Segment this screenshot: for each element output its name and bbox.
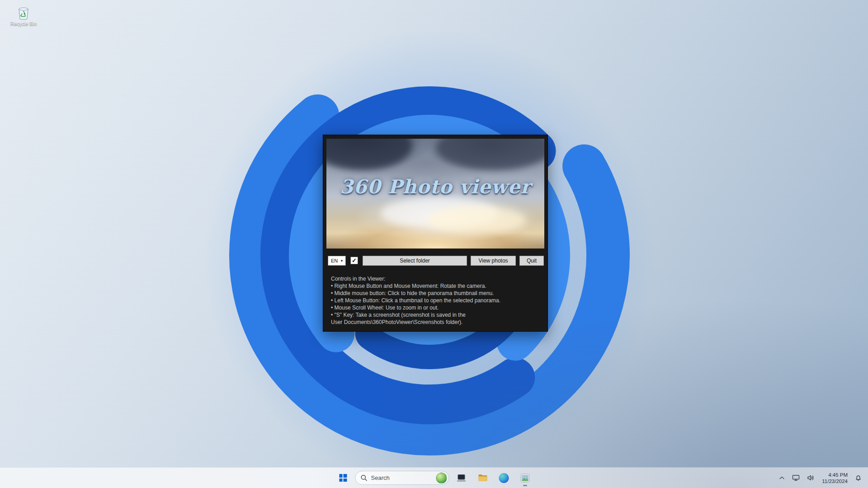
network-icon bbox=[792, 474, 800, 481]
search-highlight-icon bbox=[436, 473, 447, 483]
taskbar-item-photo-viewer[interactable] bbox=[516, 469, 534, 487]
photo-viewer-window: 360 Photo viewer EN ▼ ✓ Select folder Vi… bbox=[323, 135, 548, 332]
cloud-shape bbox=[427, 206, 526, 234]
search-icon bbox=[361, 474, 368, 481]
chevron-up-icon bbox=[779, 476, 785, 480]
quit-button[interactable]: Quit bbox=[519, 256, 544, 266]
check-icon: ✓ bbox=[352, 257, 357, 264]
cloud-shape bbox=[436, 139, 544, 170]
taskbar-center-group: Search bbox=[334, 468, 534, 488]
photos-app-icon bbox=[520, 473, 530, 483]
volume-button[interactable] bbox=[804, 469, 817, 487]
chevron-down-icon: ▼ bbox=[340, 259, 344, 263]
volume-icon bbox=[807, 474, 815, 481]
cloud-shape bbox=[381, 197, 498, 229]
file-explorer-icon bbox=[477, 473, 488, 483]
recycle-bin-shortcut[interactable]: Recycle Bin bbox=[7, 5, 40, 35]
instruction-line: User Documents\360PhotoViewer\Screenshot… bbox=[331, 319, 541, 326]
start-button[interactable] bbox=[334, 469, 352, 487]
edge-icon bbox=[499, 473, 509, 483]
system-tray: 4:45 PM 11/23/2024 bbox=[776, 468, 864, 488]
search-label: Search bbox=[371, 474, 433, 481]
taskbar-item-desktop-app[interactable] bbox=[453, 469, 471, 487]
select-folder-button[interactable]: Select folder bbox=[363, 256, 467, 266]
network-status-button[interactable] bbox=[789, 469, 802, 487]
instruction-line: • Mouse Scroll Wheel: Use to zoom in or … bbox=[331, 304, 541, 311]
desktop: Recycle Bin 360 Photo viewer EN ▼ ✓ Sele… bbox=[0, 0, 868, 488]
language-value: EN bbox=[331, 258, 338, 263]
banner-image: 360 Photo viewer bbox=[326, 139, 544, 249]
banner-title: 360 Photo viewer bbox=[326, 176, 544, 198]
view-photos-button[interactable]: View photos bbox=[471, 256, 516, 266]
tray-overflow-button[interactable] bbox=[776, 469, 788, 487]
windows-logo-icon bbox=[339, 474, 347, 482]
taskbar: Search bbox=[0, 467, 868, 488]
recycle-bin-icon bbox=[17, 5, 30, 20]
controls-row: EN ▼ ✓ Select folder View photos Quit bbox=[323, 255, 547, 267]
option-checkbox[interactable]: ✓ bbox=[350, 257, 358, 264]
taskbar-item-file-explorer[interactable] bbox=[474, 469, 492, 487]
clock-time: 4:45 PM bbox=[822, 472, 848, 478]
desktop-app-icon bbox=[457, 473, 467, 483]
recycle-bin-label: Recycle Bin bbox=[10, 21, 37, 26]
cloud-shape bbox=[326, 139, 412, 170]
instruction-line: • Left Mouse Button: Click a thumbnail t… bbox=[331, 297, 541, 304]
instruction-line: • Right Mouse Button and Mouse Movement:… bbox=[331, 282, 541, 290]
taskbar-item-edge[interactable] bbox=[495, 469, 513, 487]
instructions-block: Controls in the Viewer: • Right Mouse Bu… bbox=[331, 275, 541, 326]
running-app-indicator bbox=[523, 485, 527, 486]
notification-center-button[interactable] bbox=[852, 469, 864, 487]
instruction-line: • Middle mouse button: Click to hide the… bbox=[331, 290, 541, 297]
clock-date: 11/23/2024 bbox=[822, 478, 848, 484]
notification-bell-icon bbox=[855, 474, 862, 481]
instruction-line: • "S" Key: Take a screenshot (screenshot… bbox=[331, 311, 541, 319]
taskbar-clock[interactable]: 4:45 PM 11/23/2024 bbox=[819, 472, 850, 484]
search-box[interactable]: Search bbox=[355, 471, 449, 485]
wallpaper-bloom bbox=[0, 0, 868, 488]
language-select[interactable]: EN ▼ bbox=[328, 256, 346, 266]
instructions-title: Controls in the Viewer: bbox=[331, 275, 541, 282]
